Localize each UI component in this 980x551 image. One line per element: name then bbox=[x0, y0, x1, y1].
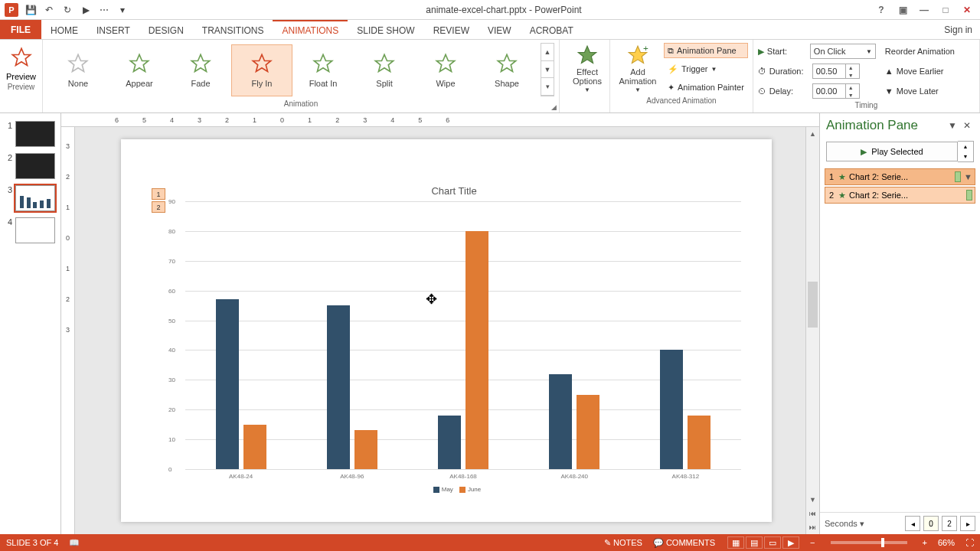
play-selected-button[interactable]: ▶ Play Selected bbox=[826, 142, 958, 161]
horizontal-ruler: 6543210123456 bbox=[61, 113, 819, 127]
bar[interactable] bbox=[327, 305, 350, 469]
animation-item[interactable]: 1★Chart 2: Serie...▼ bbox=[825, 168, 975, 185]
move-later-button[interactable]: ▼Move Later bbox=[885, 83, 955, 99]
duration-input[interactable]: 00.50 ▲▼ bbox=[812, 64, 860, 79]
animation-fly-in[interactable]: Fly In bbox=[231, 44, 292, 96]
scroll-down-icon[interactable]: ▼ bbox=[806, 493, 819, 507]
bar[interactable] bbox=[466, 231, 488, 469]
trigger-button[interactable]: ⚡ Trigger ▼ bbox=[664, 61, 748, 77]
slide[interactable]: 1 2 Chart Title 0102030405060708090AK48-… bbox=[121, 139, 772, 522]
vertical-scrollbar[interactable]: ▲ ▼ ⏮ ⏭ bbox=[805, 127, 819, 534]
tab-review[interactable]: REVIEW bbox=[424, 20, 479, 39]
scroll-thumb[interactable] bbox=[808, 282, 818, 328]
spinner-icon[interactable]: ▲▼ bbox=[845, 83, 856, 99]
tab-home[interactable]: HOME bbox=[41, 20, 87, 39]
zoom-in-button[interactable]: + bbox=[923, 538, 927, 547]
help-icon[interactable]: ? bbox=[874, 5, 888, 15]
animation-split[interactable]: Split bbox=[354, 44, 415, 96]
delay-input[interactable]: 00.00 ▲▼ bbox=[812, 83, 860, 99]
scroll-up-icon[interactable]: ▲ bbox=[806, 127, 819, 141]
tab-animations[interactable]: ANIMATIONS bbox=[273, 20, 348, 39]
spinner-icon[interactable]: ▲▼ bbox=[845, 64, 856, 79]
tab-view[interactable]: VIEW bbox=[479, 20, 521, 39]
animation-appear[interactable]: Appear bbox=[109, 44, 170, 96]
start-from-beginning-icon[interactable]: ▶ bbox=[80, 4, 92, 16]
bar[interactable] bbox=[577, 395, 599, 469]
qat-customize-icon[interactable]: ▾ bbox=[116, 4, 129, 16]
redo-icon[interactable]: ↻ bbox=[61, 4, 74, 16]
bar[interactable] bbox=[354, 430, 377, 469]
ribbon-display-icon[interactable]: ▣ bbox=[896, 5, 910, 15]
minimize-icon[interactable]: — bbox=[917, 5, 931, 15]
tab-acrobat[interactable]: ACROBAT bbox=[521, 20, 583, 39]
gallery-scroll[interactable]: ▲▼▾ bbox=[541, 43, 554, 96]
tab-insert[interactable]: INSERT bbox=[87, 20, 139, 39]
group-animation: NoneAppearFadeFly InFloat InSplitWipeSha… bbox=[43, 40, 560, 112]
signin-link[interactable]: Sign in bbox=[944, 20, 980, 39]
fit-to-window-button[interactable]: ⛶ bbox=[965, 538, 974, 547]
zoom-level[interactable]: 66% bbox=[938, 538, 955, 547]
timeline-next-button[interactable]: ▸ bbox=[960, 516, 975, 531]
animation-none[interactable]: None bbox=[47, 44, 109, 96]
tab-slide-show[interactable]: SLIDE SHOW bbox=[348, 20, 423, 39]
animation-tag[interactable]: 2 bbox=[152, 201, 165, 213]
svg-marker-8 bbox=[498, 54, 515, 71]
slide-thumb-3[interactable] bbox=[15, 185, 55, 211]
zoom-slider[interactable] bbox=[831, 541, 907, 544]
zoom-out-button[interactable]: − bbox=[810, 538, 815, 547]
animation-pane-title: Animation Pane bbox=[826, 118, 945, 133]
animation-float-in[interactable]: Float In bbox=[292, 44, 354, 96]
tab-transitions[interactable]: TRANSITIONS bbox=[193, 20, 273, 39]
group-label-timing: Timing bbox=[758, 99, 975, 109]
bar[interactable] bbox=[438, 416, 461, 469]
animation-pane-button[interactable]: ⧉ Animation Pane bbox=[664, 43, 748, 58]
mouse-cursor-icon: ✥ bbox=[426, 291, 437, 308]
animation-item[interactable]: 2★Chart 2: Serie... bbox=[825, 187, 975, 204]
chevron-down-icon[interactable]: ▼ bbox=[964, 172, 972, 181]
slide-thumb-1[interactable] bbox=[15, 121, 55, 147]
chart[interactable]: Chart Title 0102030405060708090AK48-24AK… bbox=[167, 185, 741, 491]
preview-label[interactable]: Preview bbox=[6, 72, 36, 81]
notes-button[interactable]: ✎ NOTES bbox=[604, 538, 642, 548]
save-icon[interactable]: 💾 bbox=[24, 4, 37, 16]
slide-canvas[interactable]: 1 2 Chart Title 0102030405060708090AK48-… bbox=[75, 127, 805, 534]
animation-tag[interactable]: 1 bbox=[152, 188, 165, 200]
group-timing: ▶ Start: On Click ▼ ⏱ Duration: 00.50 ▲▼ bbox=[753, 40, 980, 112]
animation-gallery[interactable]: NoneAppearFadeFly InFloat InSplitWipeSha… bbox=[47, 43, 554, 98]
slide-editor: 6543210123456 3210123 1 2 Chart Title 01… bbox=[61, 113, 819, 534]
start-dropdown[interactable]: On Click ▼ bbox=[810, 44, 876, 59]
add-animation-button[interactable]: + Add Animation ▼ bbox=[615, 43, 661, 95]
spellcheck-icon[interactable]: 📖 bbox=[69, 538, 80, 548]
dialog-launcher-icon[interactable]: ◢ bbox=[551, 103, 557, 111]
pane-options-icon[interactable]: ▼ bbox=[945, 120, 960, 131]
status-bar: SLIDE 3 OF 4 📖 ✎ NOTES 💬 COMMENTS ▦▤▭▶ −… bbox=[0, 534, 980, 551]
bar[interactable] bbox=[216, 299, 239, 469]
tab-design[interactable]: DESIGN bbox=[139, 20, 193, 39]
animation-shape[interactable]: Shape bbox=[476, 44, 537, 96]
bar[interactable] bbox=[549, 374, 572, 469]
bar[interactable] bbox=[660, 350, 683, 469]
animation-fade[interactable]: Fade bbox=[170, 44, 231, 96]
animation-wipe[interactable]: Wipe bbox=[415, 44, 476, 96]
move-earlier-button[interactable]: ▲Move Earlier bbox=[885, 63, 955, 80]
prev-slide-icon[interactable]: ⏮ bbox=[806, 507, 819, 520]
bar[interactable] bbox=[243, 425, 266, 469]
view-buttons[interactable]: ▦▤▭▶ bbox=[726, 536, 799, 549]
qat-more-icon[interactable]: ⋯ bbox=[98, 4, 110, 16]
slide-thumb-4[interactable] bbox=[15, 217, 55, 243]
preview-icon[interactable] bbox=[7, 43, 36, 72]
undo-icon[interactable]: ↶ bbox=[43, 4, 55, 16]
animation-painter-button[interactable]: ✦ Animation Painter bbox=[664, 80, 748, 95]
close-pane-icon[interactable]: ✕ bbox=[960, 120, 974, 131]
next-slide-icon[interactable]: ⏭ bbox=[806, 520, 819, 534]
slide-thumb-2[interactable] bbox=[15, 153, 55, 179]
comments-button[interactable]: 💬 COMMENTS bbox=[653, 538, 715, 548]
maximize-icon[interactable]: □ bbox=[939, 5, 952, 15]
timeline-prev-button[interactable]: ◂ bbox=[905, 516, 920, 531]
tab-file[interactable]: FILE bbox=[0, 20, 41, 39]
bar[interactable] bbox=[688, 416, 710, 469]
close-icon[interactable]: ✕ bbox=[960, 5, 974, 15]
effect-options-button[interactable]: Effect Options ▼ bbox=[564, 43, 610, 95]
reorder-buttons[interactable]: ▲▼ bbox=[958, 141, 974, 162]
play-icon: ▶ bbox=[861, 147, 867, 157]
